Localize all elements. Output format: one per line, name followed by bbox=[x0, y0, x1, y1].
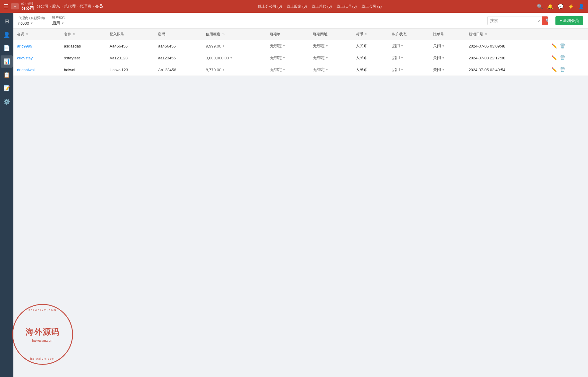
table-row: aric9999 asdasdas Aa456456 aa456456 9,99… bbox=[13, 40, 588, 52]
account-link-2[interactable]: drichaiwai bbox=[17, 68, 35, 72]
sort-account-icon[interactable]: ⇅ bbox=[26, 33, 28, 36]
breadcrumb-sep-4: › bbox=[93, 4, 94, 9]
hidden-number-select-1[interactable]: 关闭 ▼ bbox=[433, 55, 445, 61]
credit-arrow-0: ▼ bbox=[222, 44, 225, 48]
col-account: 会员 ⇅ bbox=[13, 29, 60, 40]
menu-icon[interactable]: ☰ bbox=[4, 3, 9, 10]
status-filter-select[interactable]: 启用 ▼ bbox=[52, 20, 65, 26]
cell-hidden-number-2: 关闭 ▼ bbox=[429, 64, 465, 76]
status-filter-value: 启用 bbox=[52, 20, 60, 26]
search-icon[interactable]: 🔍 bbox=[537, 4, 543, 9]
cell-created-date-1: 2024-07-03 22:17:38 bbox=[465, 52, 548, 64]
sidebar-item-document[interactable]: 📄 bbox=[1, 42, 13, 54]
sidebar-item-home[interactable]: ⊞ bbox=[1, 15, 13, 27]
account-status-arrow-2: ▼ bbox=[401, 68, 404, 71]
back-icon[interactable]: ← bbox=[11, 3, 19, 9]
fixed-url-arrow-0: ▼ bbox=[326, 44, 328, 48]
action-btns-1: ✏️ 🗑️ bbox=[551, 55, 584, 61]
breadcrumb-item-3[interactable]: 总代理 bbox=[64, 4, 76, 9]
table-row: drichaiwai haiwai Haiwai123 Aa123456 8,7… bbox=[13, 64, 588, 76]
edit-button-2[interactable]: ✏️ bbox=[551, 67, 557, 72]
account-link-0[interactable]: aric9999 bbox=[17, 44, 32, 48]
credit-arrow-1: ▼ bbox=[230, 56, 233, 59]
account-status-select-0[interactable]: 启用 ▼ bbox=[392, 43, 404, 49]
content-area: 代理商 (余额浮动) ric000 ▼ 账户状态 启用 ▼ × 🔍 bbox=[13, 13, 588, 377]
status-filter-group: 账户状态 启用 ▼ bbox=[52, 15, 65, 26]
sort-credit-icon[interactable]: ⇅ bbox=[222, 33, 225, 36]
account-link-1[interactable]: cric9stay bbox=[17, 56, 33, 60]
user-icon[interactable]: 👤 bbox=[578, 4, 584, 9]
bolt-icon[interactable]: ⚡ bbox=[568, 4, 574, 9]
col-hidden-number: 隐单号 bbox=[429, 29, 465, 40]
edit-button-1[interactable]: ✏️ bbox=[551, 55, 557, 61]
top-nav-item-1[interactable]: 线上股东 (0) bbox=[287, 4, 307, 9]
top-nav-item-4[interactable]: 线上会员 (2) bbox=[362, 4, 382, 9]
sort-name-icon[interactable]: ⇅ bbox=[73, 33, 75, 36]
col-name: 名称 ⇅ bbox=[60, 29, 106, 40]
top-bar-left: ☰ ← 帐户管理 分公司 分公司 › 股东 › 总代理 › 代理商 › 会员 bbox=[4, 2, 103, 11]
chat-icon[interactable]: 💬 bbox=[558, 4, 564, 9]
fixed-ip-select-1[interactable]: 无绑定 ▼ bbox=[270, 55, 285, 61]
fixed-ip-select-2[interactable]: 无绑定 ▼ bbox=[270, 67, 285, 72]
sort-date-icon[interactable]: ⇅ bbox=[485, 33, 487, 36]
agent-filter-value: ric000 bbox=[18, 21, 29, 26]
delete-button-2[interactable]: 🗑️ bbox=[560, 67, 565, 72]
cell-fixed-url-0: 无绑定 ▼ bbox=[309, 40, 352, 52]
cell-name-0: asdasdas bbox=[60, 40, 106, 52]
bell-icon[interactable]: 🔔 bbox=[547, 4, 553, 9]
app-subtitle: 帐户管理 bbox=[21, 2, 34, 6]
delete-button-0[interactable]: 🗑️ bbox=[560, 43, 565, 49]
fixed-url-select-1[interactable]: 无绑定 ▼ bbox=[313, 55, 328, 61]
sidebar-item-user[interactable]: 👤 bbox=[1, 29, 13, 41]
top-nav-item-3[interactable]: 线上代理 (0) bbox=[337, 4, 357, 9]
credit-select-0[interactable]: 9,999.00 ▼ bbox=[206, 44, 225, 48]
breadcrumb-item-5[interactable]: 会员 bbox=[95, 4, 103, 9]
hidden-number-select-2[interactable]: 关闭 ▼ bbox=[433, 67, 445, 72]
edit-button-0[interactable]: ✏️ bbox=[551, 43, 557, 49]
credit-arrow-2: ▼ bbox=[222, 68, 225, 71]
delete-button-1[interactable]: 🗑️ bbox=[560, 55, 565, 61]
search-clear-button[interactable]: × bbox=[536, 18, 542, 23]
fixed-url-select-2[interactable]: 无绑定 ▼ bbox=[313, 67, 328, 72]
table-row: cric9stay 9staytest Aa123123 aa123456 3,… bbox=[13, 52, 588, 64]
fixed-ip-select-0[interactable]: 无绑定 ▼ bbox=[270, 43, 285, 49]
top-nav-item-2[interactable]: 线上总代 (0) bbox=[312, 4, 332, 9]
cell-actions-0: ✏️ 🗑️ bbox=[548, 40, 588, 52]
breadcrumb-item-1[interactable]: 分公司 bbox=[37, 4, 48, 9]
breadcrumb-item-4[interactable]: 代理商 bbox=[79, 4, 91, 9]
hidden-number-arrow-1: ▼ bbox=[442, 56, 445, 59]
sidebar-item-notes[interactable]: 📝 bbox=[1, 82, 13, 94]
hidden-number-select-0[interactable]: 关闭 ▼ bbox=[433, 43, 445, 49]
sidebar: ⊞ 👤 📄 📊 📋 📝 ⚙️ bbox=[0, 13, 13, 377]
search-input[interactable] bbox=[488, 17, 536, 24]
breadcrumb: 分公司 › 股东 › 总代理 › 代理商 › 会员 bbox=[37, 4, 103, 9]
top-nav: 线上分公司 (0) 线上股东 (0) 线上总代 (0) 线上代理 (0) 线上会… bbox=[258, 4, 382, 9]
fixed-ip-arrow-2: ▼ bbox=[283, 68, 285, 71]
hidden-number-arrow-2: ▼ bbox=[442, 68, 445, 71]
sidebar-item-list[interactable]: 📋 bbox=[1, 69, 13, 81]
breadcrumb-item-2[interactable]: 股东 bbox=[52, 4, 60, 9]
breadcrumb-sep-3: › bbox=[77, 4, 78, 9]
cell-account-0: aric9999 bbox=[13, 40, 60, 52]
col-account-status: 帐户状态 bbox=[388, 29, 430, 40]
account-status-select-1[interactable]: 启用 ▼ bbox=[392, 55, 404, 61]
cell-name-2: haiwai bbox=[60, 64, 106, 76]
sidebar-item-chart[interactable]: 📊 bbox=[1, 55, 13, 68]
sort-currency-icon[interactable]: ⇅ bbox=[365, 33, 367, 36]
top-nav-item-0[interactable]: 线上分公司 (0) bbox=[258, 4, 282, 9]
account-status-select-2[interactable]: 启用 ▼ bbox=[392, 67, 404, 72]
add-member-button[interactable]: + 新增会员 bbox=[555, 16, 583, 25]
cell-account-status-2: 启用 ▼ bbox=[388, 64, 430, 76]
sidebar-item-settings[interactable]: ⚙️ bbox=[1, 96, 13, 108]
search-submit-button[interactable]: 🔍 bbox=[542, 16, 548, 25]
fixed-url-select-0[interactable]: 无绑定 ▼ bbox=[313, 43, 328, 49]
cell-fixed-ip-2: 无绑定 ▼ bbox=[266, 64, 309, 76]
agent-filter-select[interactable]: ric000 ▼ bbox=[18, 21, 45, 26]
col-created-date: 新增日期 ⇅ bbox=[465, 29, 548, 40]
cell-credit-2: 8,770.00 ▼ bbox=[202, 64, 266, 76]
agent-filter-arrow: ▼ bbox=[30, 22, 33, 25]
top-bar: ☰ ← 帐户管理 分公司 分公司 › 股东 › 总代理 › 代理商 › 会员 线… bbox=[0, 0, 588, 13]
credit-select-1[interactable]: 3,000,000.00 ▼ bbox=[206, 56, 233, 60]
credit-select-2[interactable]: 8,770.00 ▼ bbox=[206, 68, 225, 72]
cell-currency-0: 人民币 bbox=[352, 40, 388, 52]
